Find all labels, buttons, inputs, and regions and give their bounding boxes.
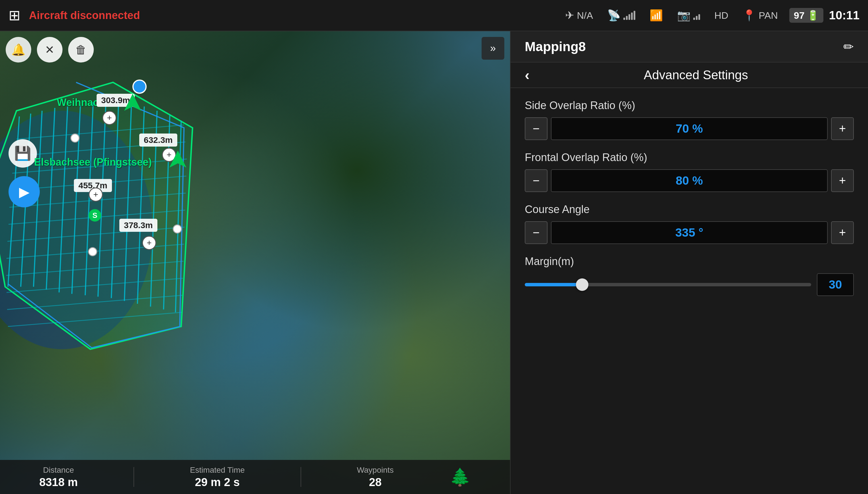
battery-indicator: 97 🔋 xyxy=(789,8,824,23)
signal-bar-2 xyxy=(626,16,628,20)
waypoint-plus-1: + xyxy=(102,111,116,125)
expand-icon: » xyxy=(490,42,496,54)
top-bar: ⊞ Aircraft disconnected ✈ N/A 📡 📶 📷 xyxy=(0,0,868,31)
panel-content: Side Overlap Ratio (%) − 70 % + Frontal … xyxy=(511,88,868,494)
stats-bar: Distance 8318 m Estimated Time 29 m 2 s … xyxy=(0,460,510,494)
margin-slider-thumb[interactable] xyxy=(576,279,588,291)
side-overlap-value: 70 % xyxy=(551,117,828,140)
distance-label-2: 632.3m xyxy=(139,134,177,147)
signal-bar-5 xyxy=(634,11,635,20)
side-overlap-label: Side Overlap Ratio (%) xyxy=(525,99,854,112)
save-button[interactable]: 💾 xyxy=(8,139,37,168)
location-icon: 📍 xyxy=(742,9,756,22)
course-angle-plus-button[interactable]: + xyxy=(831,221,854,244)
frontal-overlap-label: Frontal Overlap Ratio (%) xyxy=(525,151,854,164)
waypoints-value-stat: 28 xyxy=(369,476,382,489)
top-bar-left: ⊞ Aircraft disconnected xyxy=(8,7,554,23)
course-angle-control: − 335 ° + xyxy=(525,221,854,244)
map-toolbar: 🔔 ✕ 🗑 xyxy=(6,37,94,62)
side-overlap-minus-button[interactable]: − xyxy=(525,117,548,140)
tree-icon: 🌲 xyxy=(450,467,471,487)
stat-divider-2 xyxy=(301,467,301,487)
map-area[interactable]: 🔔 ✕ 🗑 » 💾 ▶ Weihnac Elsbachsee (Pfingsts… xyxy=(0,31,510,494)
stat-distance: Distance 8318 m xyxy=(39,466,78,489)
notification-button[interactable]: 🔔 xyxy=(6,37,31,62)
distance-value-stat: 8318 m xyxy=(39,476,78,489)
save-icon: 💾 xyxy=(14,146,31,162)
location-item: 📍 PAN xyxy=(742,9,778,22)
frontal-overlap-plus-button[interactable]: + xyxy=(831,169,854,192)
camera-signal-bars xyxy=(693,11,700,20)
waypoints-label-stat: Waypoints xyxy=(357,466,394,475)
battery-icon: 🔋 xyxy=(807,10,819,21)
signal-bar-1 xyxy=(623,18,625,20)
panel-title: Mapping8 xyxy=(525,39,586,54)
back-button[interactable]: ‹ xyxy=(525,67,530,83)
margin-control: 30 xyxy=(525,273,854,296)
wifi-status-item: 📶 xyxy=(649,9,663,22)
drone-status-label: N/A xyxy=(577,10,593,21)
right-panel: Mapping8 ✏ ‹ Advanced Settings Side Over… xyxy=(510,31,868,494)
distance-label-4: 378.3m xyxy=(119,219,157,232)
waypoint-1 xyxy=(71,134,79,142)
waypoint-3 xyxy=(88,247,97,256)
course-angle-minus-button[interactable]: − xyxy=(525,221,548,244)
distance-label-stat: Distance xyxy=(43,466,74,475)
signal-bar-4 xyxy=(631,13,633,20)
top-bar-right: 97 🔋 10:11 xyxy=(789,8,860,23)
margin-label: Margin(m) xyxy=(525,255,854,268)
signal-bar-3 xyxy=(628,14,630,20)
margin-slider[interactable] xyxy=(525,283,811,286)
waypoint-s: S xyxy=(89,209,101,222)
cam-bar-2 xyxy=(696,16,698,20)
time-display: 10:11 xyxy=(829,8,860,22)
course-angle-section: Course Angle − 335 ° + xyxy=(525,203,854,244)
frontal-overlap-section: Frontal Overlap Ratio (%) − 80 % + xyxy=(525,151,854,192)
side-overlap-section: Side Overlap Ratio (%) − 70 % + xyxy=(525,99,854,140)
top-bar-center: ✈ N/A 📡 📶 📷 HD xyxy=(565,9,778,22)
signal-bars xyxy=(623,11,635,20)
waypoint-start xyxy=(132,79,147,94)
waypoint-2 xyxy=(173,224,182,233)
signal-icon: 📡 xyxy=(607,9,621,22)
play-icon: ▶ xyxy=(19,184,30,200)
hd-label-item: HD xyxy=(714,10,728,21)
cam-bar-3 xyxy=(698,14,700,20)
drone-icon: ✈ xyxy=(565,9,574,22)
frontal-overlap-minus-button[interactable]: − xyxy=(525,169,548,192)
drone-status-item: ✈ N/A xyxy=(565,9,593,22)
panel-nav-title: Advanced Settings xyxy=(538,68,854,82)
stat-time: Estimated Time 29 m 2 s xyxy=(190,466,245,489)
place-name-1: Weihnac xyxy=(57,97,99,109)
cam-bar-1 xyxy=(693,18,695,20)
course-angle-value: 335 ° xyxy=(551,221,828,244)
delete-button[interactable]: 🗑 xyxy=(68,37,94,62)
hd-label: HD xyxy=(714,10,728,21)
battery-percent: 97 xyxy=(794,10,805,21)
panel-nav: ‹ Advanced Settings xyxy=(511,62,868,88)
frontal-overlap-value: 80 % xyxy=(551,169,828,192)
edit-button[interactable]: ✏ xyxy=(843,39,854,54)
expand-button[interactable]: » xyxy=(482,37,504,60)
side-overlap-plus-button[interactable]: + xyxy=(831,117,854,140)
panel-header: Mapping8 ✏ xyxy=(511,31,868,62)
waypoint-plus-3: + xyxy=(89,188,103,202)
margin-slider-fill xyxy=(525,283,582,286)
main-area: 🔔 ✕ 🗑 » 💾 ▶ Weihnac Elsbachsee (Pfingsts… xyxy=(0,31,868,494)
place-name-2: Elsbachsee (Pfingstsee) xyxy=(34,156,152,168)
margin-value: 30 xyxy=(817,273,854,296)
camera-status-item: 📷 xyxy=(677,9,700,22)
frontal-overlap-control: − 80 % + xyxy=(525,169,854,192)
course-angle-label: Course Angle xyxy=(525,203,854,215)
wifi-icon: 📶 xyxy=(649,9,663,22)
grid-menu-icon[interactable]: ⊞ xyxy=(8,7,20,23)
play-button[interactable]: ▶ xyxy=(8,176,40,207)
camera-icon: 📷 xyxy=(677,9,691,22)
stat-divider-1 xyxy=(134,467,134,487)
margin-section: Margin(m) 30 xyxy=(525,255,854,296)
time-label-stat: Estimated Time xyxy=(190,466,245,475)
close-button[interactable]: ✕ xyxy=(37,37,62,62)
aircraft-status: Aircraft disconnected xyxy=(29,10,140,22)
stat-waypoints: Waypoints 28 xyxy=(357,466,394,489)
time-value-stat: 29 m 2 s xyxy=(195,476,240,489)
